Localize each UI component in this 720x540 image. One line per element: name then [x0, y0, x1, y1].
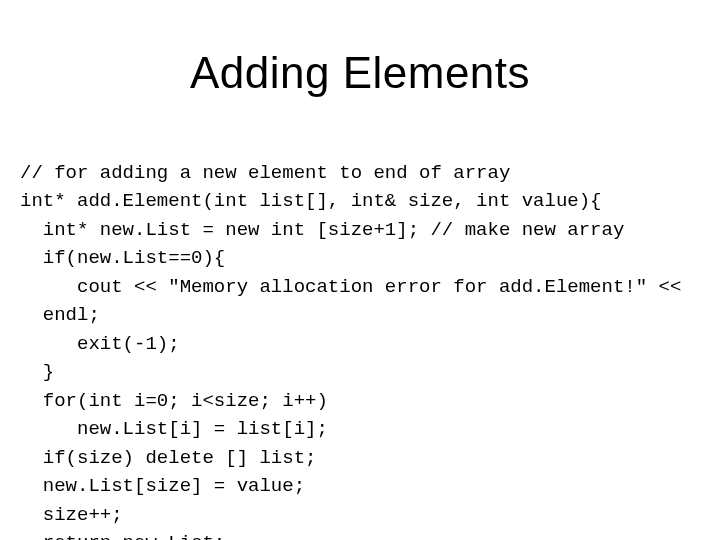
code-line: // for adding a new element to end of ar…	[20, 162, 510, 184]
code-line: new.List[size] = value;	[20, 475, 305, 497]
code-block: // for adding a new element to end of ar…	[20, 130, 700, 540]
slide-title: Adding Elements	[0, 48, 720, 98]
code-line: int* add.Element(int list[], int& size, …	[20, 190, 602, 212]
code-line: int* new.List = new int [size+1]; // mak…	[20, 219, 624, 241]
code-line: if(new.List==0){	[20, 247, 225, 269]
code-line: }	[20, 361, 54, 383]
code-line: new.List[i] = list[i];	[20, 418, 328, 440]
code-line: exit(-1);	[20, 333, 180, 355]
code-line: return new.List;	[20, 532, 225, 540]
code-line: if(size) delete [] list;	[20, 447, 316, 469]
code-line: cout << "Memory allocation error for add…	[20, 276, 681, 298]
code-line: for(int i=0; i<size; i++)	[20, 390, 328, 412]
slide: Adding Elements // for adding a new elem…	[0, 0, 720, 540]
code-line: endl;	[20, 304, 100, 326]
code-line: size++;	[20, 504, 123, 526]
